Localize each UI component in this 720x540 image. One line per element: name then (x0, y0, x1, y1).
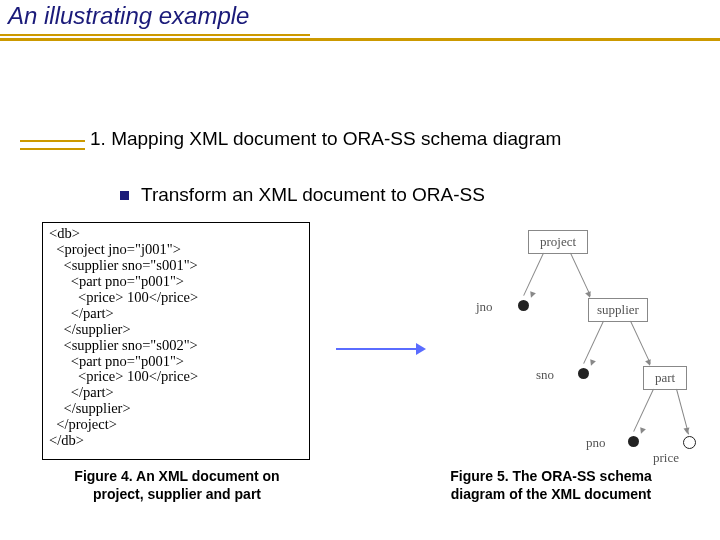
edge-project-jno (523, 253, 544, 296)
arrowhead-icon (528, 291, 536, 299)
section-number: 1. (90, 128, 106, 149)
section-accent-lines (20, 140, 85, 162)
label-sno: sno (536, 367, 554, 383)
slide-title: An illustrating example (8, 2, 249, 30)
label-pno: pno (586, 435, 606, 451)
label-price: price (653, 450, 679, 466)
title-underline (0, 38, 720, 41)
arrowhead-icon (684, 428, 691, 435)
bullet-line: Transform an XML document to ORA-SS (120, 184, 485, 206)
edge-supplier-part (630, 321, 651, 364)
slide: An illustrating example 1. Mapping XML d… (0, 0, 720, 540)
attr-pno-dot (628, 436, 639, 447)
bullet-text: Transform an XML document to ORA-SS (141, 184, 485, 205)
figure4-caption: Figure 4. An XML document on project, su… (48, 468, 306, 503)
figure5-caption: Figure 5. The ORA-SS schema diagram of t… (422, 468, 680, 503)
arrow-right-icon (336, 342, 426, 356)
arrowhead-icon (638, 427, 646, 435)
attr-sno-dot (578, 368, 589, 379)
section-text: Mapping XML document to ORA-SS schema di… (111, 128, 561, 149)
node-part: part (643, 366, 687, 390)
section-heading: 1. Mapping XML document to ORA-SS schema… (90, 128, 561, 150)
arrowhead-icon (588, 359, 596, 367)
edge-supplier-sno (583, 321, 604, 364)
edge-project-supplier (570, 253, 591, 296)
square-bullet-icon (120, 191, 129, 200)
edge-part-pno (633, 389, 654, 432)
xml-code-box: <db> <project jno="j001"> <supplier sno=… (42, 222, 310, 460)
attr-jno-dot (518, 300, 529, 311)
attr-price-dot (683, 436, 696, 449)
node-project: project (528, 230, 588, 254)
svg-marker-1 (416, 343, 426, 355)
title-underline-short (0, 34, 310, 36)
ora-ss-diagram: project jno supplier sno part pno price (438, 225, 693, 460)
node-supplier: supplier (588, 298, 648, 322)
label-jno: jno (476, 299, 493, 315)
